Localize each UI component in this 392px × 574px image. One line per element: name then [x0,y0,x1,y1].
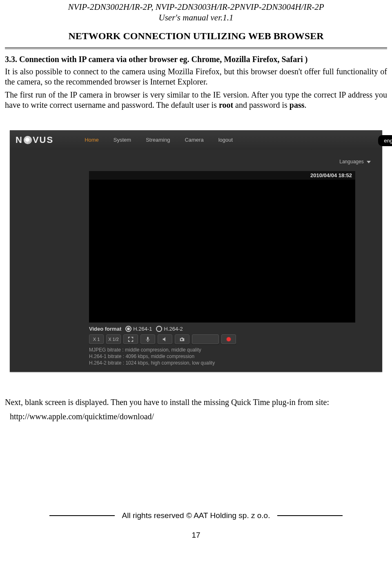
footer-rule-right [277,515,343,516]
para2-pre: The first run of the IP camera in browse… [5,90,387,110]
logo-right: VUS [33,135,53,145]
timestamp-bar: 2010/04/04 18:52 [89,171,355,180]
languages-dropdown[interactable]: Languages [21,159,371,165]
languages-label: Languages [339,159,363,165]
doc-header: NVIP-2DN3002H/IR-2P, NVIP-2DN3003H/IR-2P… [5,2,387,23]
fullscreen-button[interactable] [123,334,138,344]
header-line-1: NVIP-2DN3002H/IR-2P, NVIP-2DN3003H/IR-2P… [5,2,387,12]
logo-left: N [16,135,23,145]
language-side-tab: eng [378,135,392,146]
logo-text: N VUS [16,135,53,145]
mic-icon [145,336,151,342]
speaker-button[interactable] [158,334,172,344]
video-panel: 2010/04/04 18:52 Video format H.264-1 H.… [89,171,355,367]
section-title: NETWORK CONNECTION UTILIZING WEB BROWSER [5,31,387,42]
info-line-3: H.264-2 bitrate : 1024 kbps, high compre… [89,360,355,366]
snapshot-button[interactable] [175,334,189,344]
zoom-x-half-button[interactable]: X 1/2 [106,334,121,344]
default-user: root [219,100,233,109]
para2-end: . [305,100,307,109]
logo-eye-icon [24,136,32,144]
paragraph-2: The first run of the IP camera in browse… [5,90,387,111]
tab-streaming[interactable]: Streaming [146,137,170,143]
subsection-title: 3.3. Connection with IP camera via other… [5,55,387,64]
radio-icon [125,326,131,332]
tab-home[interactable]: Home [85,137,99,143]
record-icon [227,337,231,341]
footer-text: All rights reserved © AAT Holding sp. z … [122,511,270,520]
camera-icon [179,336,185,342]
novus-logo: N VUS [16,135,53,145]
tab-camera[interactable]: Camera [185,137,203,143]
radio-h264-1-label: H.264-1 [133,326,152,332]
section-divider [5,47,387,51]
para2-mid: and password is [233,100,290,109]
radio-icon [156,326,162,332]
video-format-label: Video format [89,326,121,332]
footer: All rights reserved © AAT Holding sp. z … [5,511,387,547]
stage: Languages 2010/04/04 18:52 Video format … [10,150,382,372]
paragraph-1: It is also possible to connect to the ca… [5,67,387,87]
speaker-icon [162,336,168,342]
spacer-button[interactable] [192,334,219,344]
page-number: 17 [5,531,387,547]
nav-bar: N VUS Home System Streaming Camera logou… [10,130,382,150]
chevron-down-icon [367,161,371,163]
quicktime-url: http://www.apple.com/quicktime/download/ [5,412,387,421]
radio-h264-2-label: H.264-2 [164,326,183,332]
tab-system[interactable]: System [114,137,131,143]
tab-logout[interactable]: logout [218,137,233,143]
info-line-2: H.264-1 bitrate : 4096 kbps, middle comp… [89,353,355,360]
info-line-1: MJPEG bitrate : middle compression, midd… [89,347,355,353]
video-area [89,180,355,323]
video-format-row: Video format H.264-1 H.264-2 [89,326,355,332]
footer-rule-left [49,515,115,516]
video-toolbar: X 1 X 1/2 [89,334,355,344]
default-pass: pass [290,100,305,109]
radio-h264-1[interactable]: H.264-1 [125,326,152,332]
paragraph-3: Next, blank screen is displayed. Then yo… [5,397,387,408]
bitrate-info: MJPEG bitrate : middle compression, midd… [89,347,355,367]
header-line-2: User's manual ver.1.1 [5,12,387,23]
radio-h264-2[interactable]: H.264-2 [156,326,183,332]
record-button[interactable] [221,334,236,344]
mic-button[interactable] [140,334,155,344]
fullscreen-icon [128,336,134,342]
camera-ui-screenshot: N VUS Home System Streaming Camera logou… [10,130,382,372]
zoom-x1-button[interactable]: X 1 [89,334,104,344]
